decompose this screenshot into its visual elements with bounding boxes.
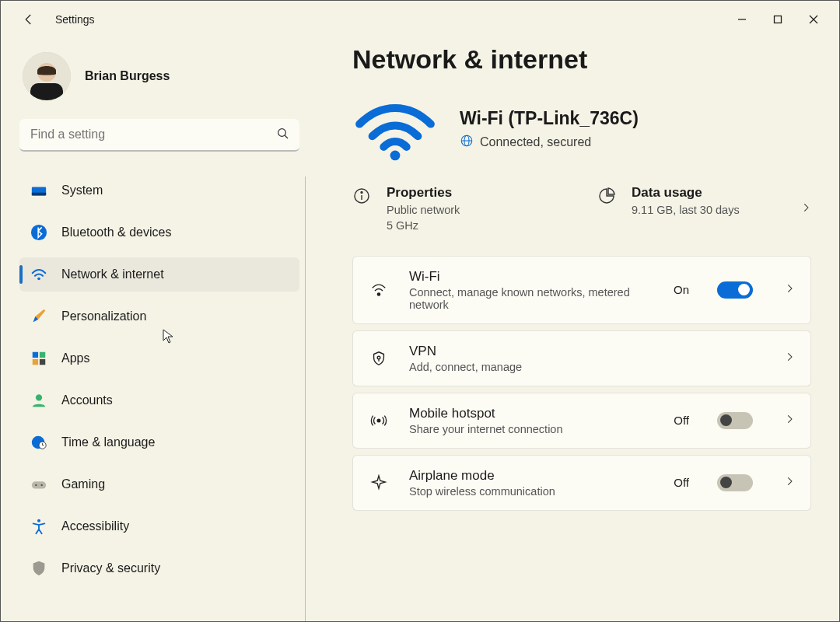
svg-rect-20 — [32, 481, 46, 488]
window-title: Settings — [55, 13, 95, 26]
hotspot-toggle[interactable] — [717, 412, 753, 429]
chevron-right-icon — [784, 476, 795, 490]
card-subtitle: Stop wireless communication — [409, 485, 653, 498]
card-subtitle: Share your internet connection — [409, 423, 653, 435]
system-icon — [30, 182, 47, 199]
network-status-text: Connected, secured — [480, 135, 591, 149]
brush-icon — [30, 308, 47, 325]
titlebar: Settings — [1, 1, 839, 38]
card-airplane[interactable]: Airplane modeStop wireless communication… — [352, 455, 811, 511]
wifi-toggle[interactable] — [717, 281, 753, 299]
sidebar-separator — [305, 176, 306, 621]
datausage-cell[interactable]: Data usage 9.11 GB, last 30 days — [597, 182, 811, 237]
avatar — [23, 52, 71, 100]
sidebar-item-bluetooth[interactable]: Bluetooth & devices — [19, 215, 299, 250]
chevron-right-icon — [784, 283, 795, 297]
globe-icon — [460, 134, 474, 151]
sidebar-item-gaming[interactable]: Gaming — [19, 467, 299, 501]
card-hotspot[interactable]: Mobile hotspotShare your internet connec… — [352, 393, 811, 449]
card-subtitle: Add, connect, manage — [409, 361, 764, 373]
svg-point-12 — [37, 278, 40, 281]
chevron-right-icon — [784, 351, 795, 365]
card-vpn[interactable]: VPNAdd, connect, manage — [352, 330, 811, 386]
sidebar-item-label: Accessibility — [61, 519, 129, 533]
card-wifi[interactable]: Wi-FiConnect, manage known networks, met… — [352, 256, 811, 324]
page-title: Network & internet — [352, 44, 811, 75]
sidebar-item-label: Personalization — [61, 309, 146, 323]
svg-rect-15 — [33, 359, 38, 365]
chevron-right-icon — [784, 414, 795, 428]
wifi-icon — [30, 266, 47, 283]
gaming-icon — [30, 476, 47, 493]
svg-point-24 — [390, 151, 401, 161]
apps-icon — [30, 350, 47, 367]
svg-line-8 — [285, 135, 288, 138]
settings-cards: Wi-FiConnect, manage known networks, met… — [352, 256, 811, 511]
svg-rect-1 — [775, 16, 782, 23]
nav-list: SystemBluetooth & devicesNetwork & inter… — [19, 173, 306, 621]
shield-gray-icon — [30, 560, 47, 577]
accessibility-icon — [30, 518, 47, 535]
svg-point-31 — [377, 292, 380, 295]
close-button[interactable] — [796, 5, 831, 33]
minimize-button[interactable] — [724, 5, 760, 33]
svg-point-32 — [377, 356, 380, 359]
svg-point-11 — [31, 225, 47, 240]
user-name: Brian Burgess — [85, 69, 170, 83]
sidebar-item-label: Apps — [61, 351, 89, 365]
card-title: Airplane mode — [409, 468, 653, 484]
sidebar-item-label: System — [61, 183, 103, 197]
chevron-right-icon — [800, 202, 811, 216]
search-input[interactable] — [19, 119, 299, 152]
info-icon — [352, 187, 373, 207]
svg-rect-14 — [40, 352, 45, 358]
svg-rect-16 — [40, 359, 45, 365]
user-profile[interactable]: Brian Burgess — [19, 52, 306, 100]
properties-line2: 5 GHz — [387, 218, 460, 233]
sidebar-item-globe-clock[interactable]: Time & language — [19, 425, 299, 460]
svg-rect-13 — [33, 352, 38, 358]
maximize-button[interactable] — [760, 5, 796, 33]
sidebar-item-accessibility[interactable]: Accessibility — [19, 509, 299, 543]
search-box[interactable] — [19, 119, 299, 152]
wifi-icon — [369, 281, 389, 299]
sidebar-item-shield-gray[interactable]: Privacy & security — [19, 551, 299, 585]
sidebar-item-apps[interactable]: Apps — [19, 341, 299, 376]
back-button[interactable] — [18, 9, 40, 30]
svg-point-30 — [361, 192, 362, 194]
properties-title: Properties — [387, 185, 460, 201]
sidebar: Brian Burgess SystemBluetooth & devicesN… — [1, 38, 312, 621]
svg-rect-10 — [32, 193, 46, 196]
properties-cell[interactable]: Properties Public network 5 GHz — [352, 182, 566, 237]
svg-point-17 — [36, 394, 42, 400]
toggle-label: On — [674, 283, 689, 296]
properties-line1: Public network — [387, 202, 460, 218]
sidebar-item-label: Gaming — [61, 477, 105, 491]
sidebar-item-wifi[interactable]: Network & internet — [19, 257, 299, 292]
sidebar-item-system[interactable]: System — [19, 173, 299, 208]
card-title: VPN — [409, 344, 764, 359]
wifi-large-icon — [352, 95, 438, 163]
airplane-icon — [369, 474, 389, 491]
content: Network & internet Wi-Fi (TP-Link_736C) … — [312, 38, 839, 621]
globe-clock-icon — [30, 434, 47, 451]
datausage-title: Data usage — [632, 185, 740, 201]
airplane-toggle[interactable] — [717, 474, 753, 491]
card-title: Mobile hotspot — [409, 406, 653, 421]
hotspot-icon — [369, 412, 389, 429]
svg-point-21 — [35, 484, 37, 486]
search-icon — [276, 127, 290, 144]
sidebar-item-account[interactable]: Accounts — [19, 383, 299, 418]
toggle-label: Off — [674, 476, 689, 489]
datausage-icon — [597, 187, 618, 207]
bluetooth-icon — [30, 224, 47, 241]
datausage-line: 9.11 GB, last 30 days — [632, 202, 740, 218]
sidebar-item-label: Accounts — [61, 393, 113, 407]
svg-point-7 — [278, 129, 286, 137]
card-title: Wi-Fi — [409, 269, 653, 285]
sidebar-item-label: Time & language — [61, 435, 155, 449]
sidebar-item-brush[interactable]: Personalization — [19, 299, 299, 334]
card-subtitle: Connect, manage known networks, metered … — [409, 286, 653, 311]
network-ssid: Wi-Fi (TP-Link_736C) — [460, 108, 639, 129]
sidebar-item-label: Privacy & security — [61, 561, 160, 575]
